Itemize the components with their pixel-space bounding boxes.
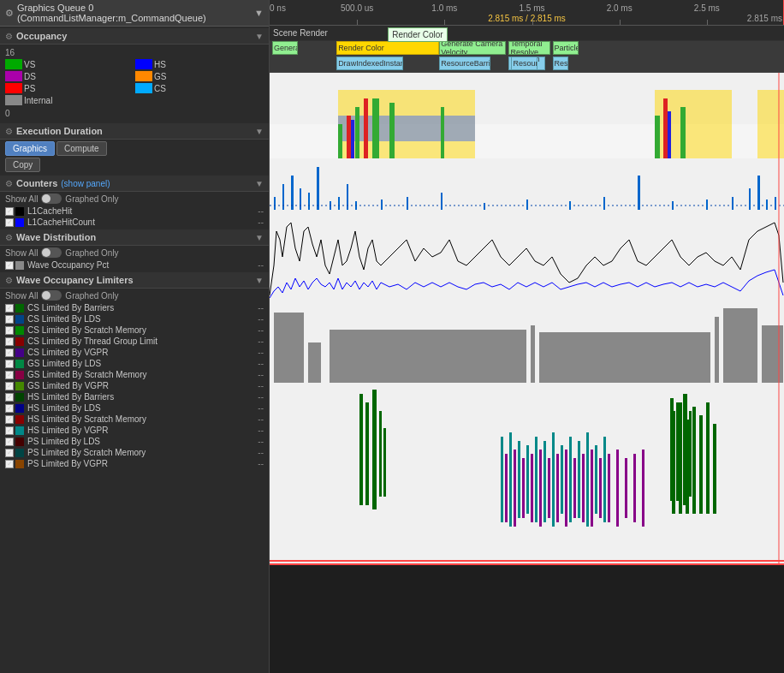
occ-ps: PS [5, 83, 134, 93]
svg-rect-82 [539, 450, 542, 527]
tick-15ms: 1.5 ms [519, 3, 544, 13]
occupancy-section-header[interactable]: ⚙ Occupancy ▼ [0, 28, 269, 45]
counters-toggle[interactable] [41, 194, 62, 204]
counters-svg [270, 214, 784, 300]
hs-scratch-row: ✓ HS Limited By Scratch Memory -- [0, 414, 269, 425]
occupancy-svg [270, 73, 784, 158]
exec-duration-header[interactable]: ⚙ Execution Duration ▼ [0, 123, 269, 140]
svg-rect-60 [383, 428, 386, 497]
svg-rect-43 [775, 197, 776, 210]
svg-rect-42 [766, 200, 768, 210]
svg-rect-36 [638, 176, 640, 210]
compute-button[interactable]: Compute [56, 141, 107, 156]
cs-lds-label: CS Limited By LDS [27, 314, 256, 324]
wave-limiters-toggle[interactable] [41, 290, 62, 301]
cs-scratch-cb[interactable]: ✓ [5, 326, 14, 335]
gs-lds-value: -- [258, 359, 264, 368]
svg-rect-85 [565, 450, 567, 527]
cs-scratch-row: ✓ CS Limited By Scratch Memory -- [0, 325, 269, 336]
gs-lds-label: GS Limited By LDS [27, 359, 256, 368]
svg-rect-73 [569, 437, 572, 522]
wave-dist-show-all-label: Show All [5, 248, 38, 258]
svg-rect-80 [522, 458, 525, 518]
wave-dist-gear-icon: ⚙ [5, 233, 13, 242]
counter-l1cachehit-row: ✓ L1CacheHit -- [0, 205, 269, 217]
hs-barriers-swatch [15, 393, 24, 402]
svg-rect-56 [359, 394, 363, 505]
svg-rect-41 [757, 176, 760, 210]
svg-rect-90 [608, 454, 610, 522]
tick-500us: 500.0 us [341, 3, 373, 13]
svg-rect-70 [543, 441, 546, 522]
cs-lds-cb[interactable]: ✓ [5, 315, 14, 324]
svg-rect-37 [672, 201, 674, 210]
svg-rect-91 [616, 450, 619, 527]
wave-limiters-toggle-row: Show All Graphed Only [0, 289, 269, 302]
wave-dist-section-header[interactable]: ⚙ Wave Distribution ▼ [0, 229, 269, 246]
svg-rect-87 [582, 454, 585, 522]
cursor-time-label: 2.815 ms / 2.815 ms [488, 14, 566, 23]
l1cachehitcount-checkbox[interactable]: ✓ [5, 218, 14, 227]
graphics-button[interactable]: Graphics [5, 141, 55, 156]
hs-vgpr-value: -- [258, 426, 264, 435]
counters-section-header[interactable]: ⚙ Counters (show panel) ▼ [0, 176, 269, 192]
gs-scratch-row: ✓ GS Limited By Scratch Memory -- [0, 369, 269, 380]
svg-rect-77 [603, 437, 606, 522]
gs-lds-cb[interactable]: ✓ [5, 360, 14, 368]
cs-threadgroup-cb[interactable]: ✓ [5, 337, 14, 346]
render-color-tooltip: Render Color [388, 27, 447, 42]
gs-scratch-swatch [15, 371, 24, 379]
svg-rect-96 [679, 402, 682, 514]
exec-duration-chart-area [270, 158, 784, 214]
ps-scratch-label: PS Limited By Scratch Memory [27, 448, 256, 457]
gs-scratch-cb[interactable]: ✓ [5, 371, 14, 379]
graphics-queue-title: Graphics Queue 0 (CommandListManager:m_C… [17, 3, 254, 23]
cs-vgpr-label: CS Limited By VGPR [27, 348, 256, 357]
gs-vgpr-cb[interactable]: ✓ [5, 382, 14, 390]
svg-rect-38 [706, 200, 708, 210]
l1cachehit-checkbox[interactable]: ✓ [5, 207, 14, 216]
ps-vgpr-cb[interactable]: ✓ [5, 460, 14, 468]
hs-lds-label: HS Limited By LDS [27, 403, 256, 413]
cs-barriers-cb[interactable]: ✓ [5, 304, 14, 313]
timeline-ruler: 0 ns 500.0 us 1.0 ms 1.5 ms 2.0 ms 2.5 m… [270, 0, 784, 26]
occ-cs: CS [135, 83, 264, 93]
graphics-queue-header[interactable]: ⚙ Graphics Queue 0 (CommandListManager:m… [0, 0, 269, 27]
hs-barriers-cb[interactable]: ✓ [5, 393, 14, 402]
hs-scratch-cb[interactable]: ✓ [5, 415, 14, 424]
cs-threadgroup-value: -- [258, 336, 264, 346]
wave-limiters-toggle-knob [42, 291, 50, 300]
cs-label: CS [154, 84, 166, 93]
svg-rect-11 [680, 107, 686, 158]
cs-scratch-value: -- [258, 325, 264, 335]
cs-vgpr-cb[interactable]: ✓ [5, 348, 14, 357]
wave-occ-pct-label: Wave Occupancy Pct [27, 260, 256, 270]
left-panel: ⚙ Graphics Queue 0 (CommandListManager:m… [0, 0, 270, 673]
ps-scratch-cb[interactable]: ✓ [5, 449, 14, 457]
ps-label: PS [24, 84, 35, 93]
l1cachehit-value: -- [258, 206, 264, 216]
show-panel-link[interactable]: (show panel) [61, 179, 110, 188]
ps-lds-cb[interactable]: ✓ [5, 438, 14, 446]
svg-rect-8 [389, 103, 395, 158]
l1cachehit-swatch [15, 207, 24, 216]
wave-dist-title: Wave Distribution [16, 232, 96, 242]
hs-vgpr-label: HS Limited By VGPR [27, 426, 256, 435]
hs-lds-cb[interactable]: ✓ [5, 404, 14, 413]
svg-rect-65 [501, 437, 503, 522]
hs-vgpr-swatch [15, 426, 24, 435]
copy-button[interactable]: Copy [5, 158, 40, 172]
tick-1ms: 1.0 ms [431, 3, 457, 13]
wave-dist-collapse-icon: ▼ [255, 233, 264, 242]
hs-vgpr-cb[interactable]: ✓ [5, 426, 14, 435]
wave-occ-pct-checkbox[interactable]: ✓ [5, 261, 14, 270]
cs-swatch [135, 83, 152, 93]
l1cachehitcount-label: L1CacheHitCount [27, 217, 256, 227]
wave-limiters-section-header[interactable]: ⚙ Wave Occupancy Limiters ▼ [0, 272, 269, 289]
wave-dist-toggle[interactable] [41, 247, 62, 258]
occupancy-max-label: 16 [5, 48, 264, 57]
counters-toggle-row: Show All Graphed Only [0, 192, 269, 205]
counters-show-all-label: Show All [5, 194, 38, 204]
cs-lds-swatch [15, 315, 24, 324]
svg-rect-9 [441, 107, 444, 158]
